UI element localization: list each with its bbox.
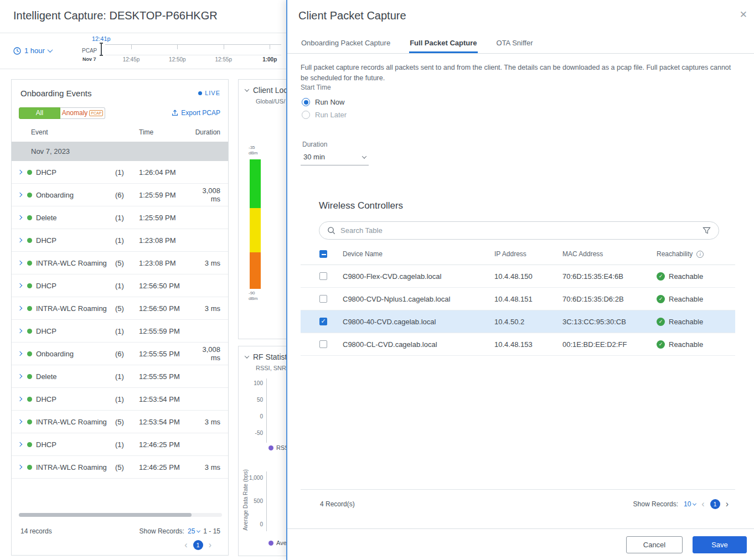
legend-dot-icon	[268, 445, 273, 450]
ip-address: 10.4.48.150	[494, 272, 562, 281]
expand-chevron-icon[interactable]	[18, 238, 22, 242]
controller-row[interactable]: C9800-CL-CVD.cagelab.local 10.4.48.153 0…	[301, 333, 735, 356]
cancel-button[interactable]: Cancel	[626, 536, 683, 553]
ip-address: 10.4.48.151	[494, 295, 562, 303]
timeline-tick: 12:50p	[177, 45, 178, 49]
reachable-check-icon	[657, 340, 665, 349]
select-all-checkbox[interactable]	[319, 250, 327, 258]
event-duration: 3,008 ms	[194, 186, 220, 203]
row-checkbox[interactable]	[319, 318, 327, 325]
panel-title: Client Packet Capture	[298, 9, 406, 22]
time-range-selector[interactable]: 1 hour	[13, 46, 52, 55]
expand-chevron-icon[interactable]	[18, 329, 22, 333]
event-row[interactable]: DHCP (1) 12:53:54 PM	[12, 388, 228, 411]
controller-row[interactable]: C9800-Flex-CVD.cagelab.local 10.4.48.150…	[301, 265, 735, 288]
expand-chevron-icon[interactable]	[18, 351, 22, 356]
expand-chevron-icon[interactable]	[18, 283, 22, 288]
event-status-dot-icon	[27, 238, 32, 243]
event-row[interactable]: DHCP (1) 12:55:59 PM	[12, 320, 228, 343]
close-icon[interactable]: ✕	[740, 9, 747, 20]
run-later-radio[interactable]: Run Later	[302, 111, 347, 119]
expand-chevron-icon[interactable]	[18, 215, 22, 220]
live-label: LIVE	[205, 90, 220, 96]
rf-statistics-title: RF Statisti	[253, 352, 286, 361]
duration-select[interactable]: 30 min	[301, 152, 369, 165]
events-card-title: Onboarding Events	[20, 89, 91, 98]
expand-chevron-icon[interactable]	[18, 374, 22, 378]
row-checkbox[interactable]	[319, 272, 327, 280]
event-time: 12:53:54 PM	[139, 395, 194, 403]
scrollbar-thumb[interactable]	[19, 513, 192, 517]
event-duration: 3 ms	[194, 304, 220, 313]
event-count: (5)	[115, 304, 139, 313]
controller-row[interactable]: C9800-CVD-Nplus1.cagelab.local 10.4.48.1…	[301, 288, 735, 310]
event-row[interactable]: DHCP (1) 12:56:50 PM	[12, 274, 228, 297]
expand-chevron-icon[interactable]	[18, 261, 22, 265]
radio-unselected-icon[interactable]	[302, 111, 310, 119]
rf-statistics-header[interactable]: RF Statisti	[239, 346, 286, 361]
expand-chevron-icon[interactable]	[18, 465, 22, 469]
controller-row[interactable]: C9800-40-CVD.cagelab.local 10.4.50.2 3C:…	[301, 310, 735, 333]
rf-statistics-card: RF Statisti RSSI, SNR, 100500-50 RSS Ave…	[238, 346, 286, 556]
expand-chevron-icon[interactable]	[18, 170, 22, 174]
filter-icon[interactable]	[703, 226, 711, 235]
event-row[interactable]: Delete (1) 1:25:59 PM	[12, 206, 228, 229]
expand-chevron-icon[interactable]	[18, 193, 22, 197]
controllers-search[interactable]	[319, 221, 719, 240]
rssi-scale-bottom-label: -90dBm	[249, 291, 257, 301]
wireless-controllers-title: Wireless Controllers	[319, 200, 403, 211]
save-button[interactable]: Save	[693, 536, 747, 553]
events-pagination: ‹ 1 ›	[184, 540, 211, 550]
show-records-select[interactable]: 10	[684, 500, 696, 508]
expand-chevron-icon[interactable]	[18, 397, 22, 401]
client-location-header[interactable]: Client Loca	[239, 80, 286, 95]
event-time: 12:55:55 PM	[139, 372, 194, 381]
event-row[interactable]: Onboarding (6) 12:55:55 PM 3,008 ms	[12, 343, 228, 365]
event-row[interactable]: Onboarding (6) 1:25:59 PM 3,008 ms	[12, 184, 228, 206]
timeline-track[interactable]: 12:45p12:50p12:55p1:00p	[105, 44, 281, 55]
event-row[interactable]: INTRA-WLC Roaming (5) 12:46:25 PM 3 ms	[12, 456, 228, 479]
row-checkbox[interactable]	[319, 295, 327, 303]
event-row[interactable]: DHCP (1) 1:23:08 PM	[12, 229, 228, 252]
info-icon[interactable]: i	[696, 251, 704, 258]
show-records-select[interactable]: 25	[188, 527, 200, 535]
expand-chevron-icon[interactable]	[18, 306, 22, 310]
timeline-cursor-handle[interactable]	[101, 43, 102, 56]
column-ip-address: IP Address	[494, 250, 562, 258]
event-row[interactable]: DHCP (1) 12:46:25 PM	[12, 433, 228, 456]
page-1-button[interactable]: 1	[193, 540, 203, 550]
tab-onboarding-packet-capture[interactable]: Onboarding Packet Capture	[301, 38, 391, 53]
export-icon	[172, 110, 178, 116]
rssi-chart-axis	[266, 378, 267, 443]
axis-tick-label: -50	[240, 430, 263, 436]
prev-page-button[interactable]: ‹	[184, 541, 187, 549]
export-pcap-button[interactable]: Export PCAP	[172, 109, 220, 117]
filter-all-button[interactable]: All	[19, 107, 60, 119]
tab-full-packet-capture[interactable]: Full Packet Capture	[409, 38, 477, 53]
run-now-label: Run Now	[315, 98, 344, 106]
page-1-button[interactable]: 1	[710, 499, 720, 509]
next-page-button[interactable]: ›	[726, 500, 729, 509]
event-row[interactable]: INTRA-WLC Roaming (5) 12:56:50 PM 3 ms	[12, 297, 228, 320]
search-input[interactable]	[340, 226, 698, 235]
event-row[interactable]: Delete (1) 12:55:55 PM	[12, 365, 228, 388]
rf-statistics-subtitle: RSSI, SNR,	[239, 361, 286, 371]
radio-selected-icon[interactable]	[302, 98, 310, 106]
row-checkbox[interactable]	[319, 340, 327, 348]
event-row[interactable]: INTRA-WLC Roaming (5) 1:23:08 PM 3 ms	[12, 252, 228, 274]
event-count: (1)	[115, 395, 139, 403]
run-now-radio[interactable]: Run Now	[302, 98, 344, 106]
prev-page-button[interactable]: ‹	[701, 500, 704, 509]
client-location-card: Client Loca Global/US/ -35dBm -90dBm	[238, 79, 286, 339]
filter-anomaly-button[interactable]: Anomaly PCAP	[60, 107, 105, 119]
event-row[interactable]: INTRA-WLC Roaming (5) 12:53:54 PM 3 ms	[12, 411, 228, 433]
next-page-button[interactable]: ›	[209, 541, 211, 549]
horizontal-scrollbar[interactable]	[19, 513, 222, 517]
event-name: Onboarding	[36, 191, 115, 199]
expand-chevron-icon[interactable]	[18, 419, 22, 424]
event-row[interactable]: DHCP (1) 1:26:04 PM	[12, 161, 228, 184]
tab-ota-sniffer[interactable]: OTA Sniffer	[496, 38, 534, 53]
event-status-dot-icon	[27, 283, 32, 288]
collapse-chevron-icon	[245, 87, 249, 91]
expand-chevron-icon[interactable]	[18, 442, 22, 447]
